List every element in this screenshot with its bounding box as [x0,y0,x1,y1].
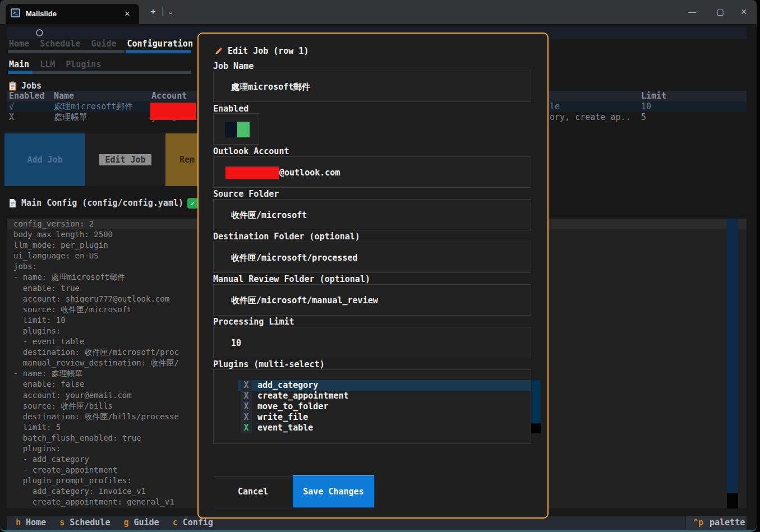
nav-tab-schedule[interactable]: Schedule [40,39,80,50]
processing-limit-input[interactable]: 10 [213,327,531,358]
subnav-underline-active [8,71,33,74]
destination-folder-input[interactable]: 收件匣/microsoft/processed [213,242,531,273]
account-redaction-box [150,103,196,120]
enabled-toggle[interactable] [213,113,259,145]
save-changes-button[interactable]: Save Changes [293,475,374,507]
edit-job-button[interactable]: Edit Job [85,133,165,186]
powershell-icon: >_ [11,8,20,17]
config-valid-badge: ✓ [187,198,198,209]
tab-dropdown-icon[interactable]: ⌄ [164,4,177,19]
main-nav: HomeScheduleGuideConfiguration [9,39,193,50]
editor-scrollbar[interactable] [727,219,738,508]
subnav-tab-llm[interactable]: LLM [40,59,55,71]
subnav-tab-main[interactable]: Main [9,59,29,71]
plugins-label: Plugins (multi-select) [213,359,325,369]
plugin-option-event_table[interactable]: Xevent_table [238,423,531,433]
close-button[interactable]: ✕ [731,0,757,24]
minimize-button[interactable]: — [679,0,705,24]
checkbox-mark: X [241,391,252,401]
plugins-scrollbar[interactable] [531,380,541,433]
terminal-content: HomeScheduleGuideConfiguration MainLLMPl… [0,24,757,532]
shortcut-keys: hHomesSchedulegGuidecConfig [16,517,213,528]
shortcut-guide[interactable]: gGuide [123,517,159,528]
shortcut-config[interactable]: cConfig [173,517,213,528]
checkbox-mark: X [241,401,252,412]
palette-shortcut[interactable]: ^p palette [685,516,747,530]
subnav-underline-track [33,71,191,74]
source-folder-input[interactable]: 收件匣/microsoft [213,199,531,230]
new-tab-button[interactable]: + [145,4,162,19]
nav-underline-track [8,50,125,53]
edit-job-dialog: Edit Job (row 1) Job Name 處理microsoft郵件 … [197,33,549,519]
document-icon [8,198,17,208]
plugin-option-write_file[interactable]: Xwrite_file [238,412,531,423]
tab-title: Mailslide [26,10,57,18]
col-limit: Limit [641,91,666,101]
clipboard-icon [8,81,17,91]
job-name-label: Job Name [213,61,254,71]
destination-folder-label: Destination Folder (optional) [213,232,360,242]
subnav-tab-plugins[interactable]: Plugins [66,59,101,71]
nav-tab-home[interactable]: Home [9,39,29,50]
manual-review-folder-input[interactable]: 收件匣/microsoft/manual_review [213,284,531,316]
titlebar: >_ Mailslide ✕ + ⌄ — ▢ ✕ [0,0,757,24]
job-name-input[interactable]: 處理microsoft郵件 [213,71,531,102]
plugin-option-create_appointment[interactable]: Xcreate_appointment [238,391,531,401]
source-folder-label: Source Folder [213,189,279,199]
plugin-option-move_to_folder[interactable]: Xmove_to_folder [238,401,531,412]
col-name: Name [54,91,74,101]
add-job-button[interactable]: Add Job [4,133,85,186]
account-redaction-box [225,166,279,179]
checkbox-mark: X [241,423,252,433]
nav-underline-active [126,50,191,53]
sub-nav: MainLLMPlugins [9,59,101,71]
terminal-tab[interactable]: >_ Mailslide ✕ [6,4,139,24]
maximize-button[interactable]: ▢ [707,0,733,24]
manual-review-folder-label: Manual Review Folder (optional) [213,274,370,284]
tab-close-icon[interactable]: ✕ [121,8,133,20]
checkbox-mark: X [241,380,252,391]
plugin-option-add_category[interactable]: Xadd_category [238,380,531,391]
shortcut-schedule[interactable]: sSchedule [59,517,110,528]
enabled-label: Enabled [213,104,248,114]
col-account: Account [151,91,187,101]
processing-limit-label: Processing Limit [213,317,294,327]
shortcut-home[interactable]: hHome [16,517,46,528]
outlook-account-input[interactable]: @outlook.com [213,156,531,188]
pencil-icon [214,47,223,56]
tab-divider [162,7,163,16]
col-enabled: Enabled [9,91,44,101]
plugins-multiselect[interactable]: Xadd_categoryXcreate_appointmentXmove_to… [213,369,531,444]
plugins-option-list: Xadd_categoryXcreate_appointmentXmove_to… [238,380,531,433]
nav-tab-configuration[interactable]: Configuration [127,39,193,50]
terminal-window: >_ Mailslide ✕ + ⌄ — ▢ ✕ HomeScheduleGui… [0,0,757,532]
checkbox-mark: X [241,412,252,423]
nav-tab-guide[interactable]: Guide [91,39,116,50]
cancel-button[interactable]: Cancel [213,476,293,507]
spinner-icon [36,29,43,36]
toggle-switch[interactable] [225,122,250,137]
outlook-account-label: Outlook Account [213,146,289,156]
